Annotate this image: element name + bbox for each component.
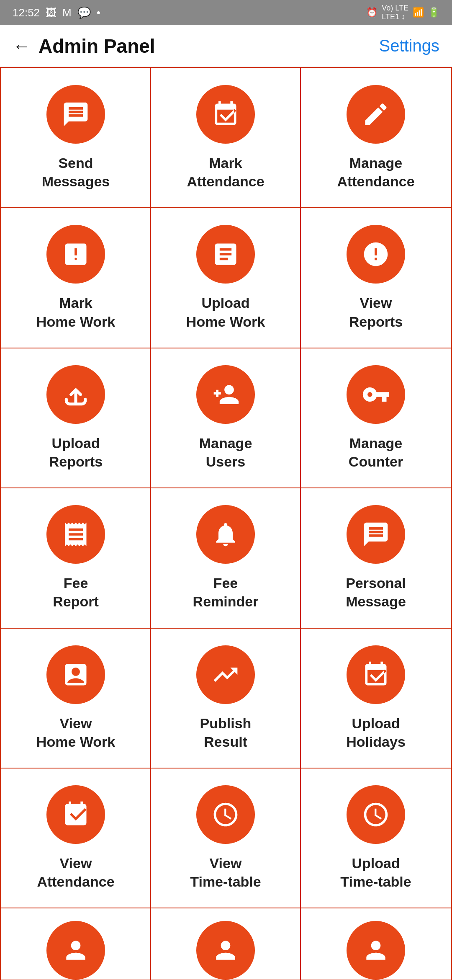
grid-item-publish-result[interactable]: PublishResult [151,629,301,769]
grid-item-manage-users[interactable]: ManageUsers [151,348,301,488]
signal-icon: 📶 [413,7,424,18]
mark-attendance-icon [196,85,255,144]
publish-result-label: PublishResult [200,714,252,751]
partial-icon-3 [347,921,405,980]
dot-icon: • [97,6,100,19]
grid-item-manage-attendance[interactable]: ManageAttendance [301,68,451,208]
grid-item-view-attendance[interactable]: ViewAttendance [1,769,151,908]
manage-counter-icon [347,365,405,424]
time-display: 12:52 [13,6,40,19]
grid-item-mark-attendance[interactable]: MarkAttendance [151,68,301,208]
view-reports-icon [347,225,405,284]
manage-users-label: ManageUsers [199,434,252,471]
grid-item-upload-timetable[interactable]: UploadTime-table [301,769,451,908]
page-title: Admin Panel [39,35,155,57]
upload-reports-label: UploadReports [49,434,103,471]
personal-message-label: PersonalMessage [346,574,406,611]
publish-result-icon [196,645,255,704]
status-left: 12:52 🖼 M 💬 • [13,6,100,19]
upload-homework-icon [196,225,255,284]
view-homework-icon [46,645,105,704]
view-attendance-icon [46,785,105,844]
grid-item-upload-holidays[interactable]: UploadHolidays [301,629,451,769]
grid-item-upload-reports[interactable]: UploadReports [1,348,151,488]
grid-item-view-homework[interactable]: ViewHome Work [1,629,151,769]
send-messages-icon [46,85,105,144]
partial-item-3[interactable] [301,908,451,980]
manage-attendance-label: ManageAttendance [337,154,414,191]
upload-holidays-label: UploadHolidays [346,714,406,751]
admin-grid: SendMessages MarkAttendance ManageAttend… [1,68,451,908]
fee-report-label: FeeReport [53,574,99,611]
partial-item-2[interactable] [151,908,301,980]
partial-item-1[interactable] [1,908,151,980]
grid-item-manage-counter[interactable]: ManageCounter [301,348,451,488]
send-messages-label: SendMessages [42,154,110,191]
view-timetable-label: ViewTime-table [190,854,261,891]
grid-item-fee-report[interactable]: FeeReport [1,488,151,628]
grid-item-send-messages[interactable]: SendMessages [1,68,151,208]
view-homework-label: ViewHome Work [36,714,115,751]
fee-reminder-label: FeeReminder [193,574,259,611]
view-reports-label: ViewReports [349,294,403,330]
view-attendance-label: ViewAttendance [37,854,114,891]
view-timetable-icon [196,785,255,844]
mark-homework-icon [46,225,105,284]
partial-icon-1 [46,921,105,980]
personal-message-icon [347,505,405,564]
header-left: ← Admin Panel [13,35,155,57]
alarm-icon: ⏰ [366,7,378,18]
fee-reminder-icon [196,505,255,564]
fee-report-icon [46,505,105,564]
grid-item-mark-homework[interactable]: MarkHome Work [1,208,151,348]
chat-icon: 💬 [77,6,91,19]
back-button[interactable]: ← [13,36,31,57]
partial-row [1,908,451,980]
battery-icon: 🔋 [428,7,439,18]
upload-reports-icon [46,365,105,424]
grid-item-fee-reminder[interactable]: FeeReminder [151,488,301,628]
settings-button[interactable]: Settings [379,36,439,55]
status-bar: 12:52 🖼 M 💬 • ⏰ Vo) LTELTE1 ↕ 📶 🔋 [0,0,452,25]
partial-icon-2 [196,921,255,980]
manage-attendance-icon [347,85,405,144]
grid-item-view-timetable[interactable]: ViewTime-table [151,769,301,908]
lte-icon: Vo) LTELTE1 ↕ [382,4,408,21]
mark-homework-label: MarkHome Work [36,294,115,330]
manage-users-icon [196,365,255,424]
upload-holidays-icon [347,645,405,704]
grid-item-personal-message[interactable]: PersonalMessage [301,488,451,628]
grid-item-view-reports[interactable]: ViewReports [301,208,451,348]
app-header: ← Admin Panel Settings [0,25,452,67]
grid-item-upload-homework[interactable]: UploadHome Work [151,208,301,348]
mark-attendance-label: MarkAttendance [187,154,264,191]
upload-homework-label: UploadHome Work [186,294,265,330]
upload-timetable-icon [347,785,405,844]
photo-icon: 🖼 [46,6,56,19]
status-right: ⏰ Vo) LTELTE1 ↕ 📶 🔋 [366,4,439,21]
gmail-icon: M [62,6,72,19]
upload-timetable-label: UploadTime-table [340,854,411,891]
admin-grid-container: SendMessages MarkAttendance ManageAttend… [0,67,452,980]
manage-counter-label: ManageCounter [349,434,403,471]
